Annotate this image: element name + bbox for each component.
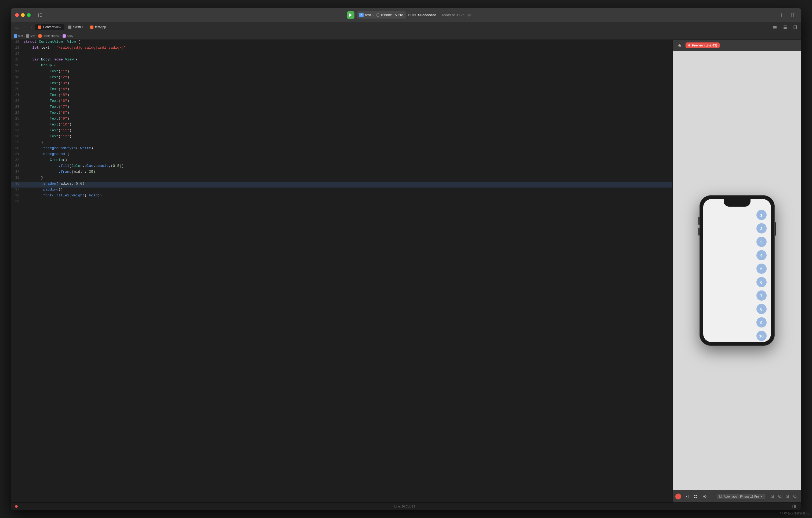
close-button[interactable] xyxy=(15,13,19,17)
code-line: 13 let text = "ksaldgjsdjg saldgjasdi sa… xyxy=(11,46,672,52)
code-content: Text("11") xyxy=(24,129,71,133)
tab-swiftui-label: SwiftUI xyxy=(73,25,83,29)
svg-point-8 xyxy=(469,14,471,16)
grid-button[interactable] xyxy=(692,493,699,500)
tab-contentview[interactable]: ContentView xyxy=(35,24,64,30)
tab-swiftui-icon xyxy=(68,26,71,29)
svg-rect-18 xyxy=(796,26,797,29)
tab-swiftui[interactable]: SwiftUI xyxy=(65,24,86,30)
tab-testapp[interactable]: testApp xyxy=(87,24,109,30)
preview-dot xyxy=(688,44,690,47)
breadcrumb-test2[interactable]: test xyxy=(26,34,35,37)
pin-button[interactable] xyxy=(676,42,684,49)
zoom-in-button[interactable] xyxy=(769,493,776,500)
split-editor-button[interactable] xyxy=(771,23,779,31)
build-separator: | xyxy=(438,13,439,17)
svg-rect-2 xyxy=(40,15,41,15)
line-number: 15 xyxy=(11,57,24,61)
iphone-screen: 123456789101112 xyxy=(703,199,771,342)
editor-options-button[interactable] xyxy=(781,23,789,31)
line-number: 26 xyxy=(11,122,24,127)
breadcrumb-test1-icon xyxy=(14,34,17,37)
code-line: 30 .foregroundStyle(.white) xyxy=(11,146,672,152)
code-line: 24 Text("8") xyxy=(11,111,672,117)
line-number: 29 xyxy=(11,140,24,144)
scheme-selector[interactable]: A test ▸ iPhone 15 Pro xyxy=(356,11,406,19)
line-number: 13 xyxy=(11,46,24,50)
svg-rect-23 xyxy=(694,497,695,498)
svg-rect-3 xyxy=(40,16,41,17)
code-content: Text("8") xyxy=(24,111,69,115)
line-number: 19 xyxy=(11,81,24,85)
code-content: Group { xyxy=(24,63,56,67)
svg-line-32 xyxy=(773,497,775,498)
tabbar: ‹ › ContentView SwiftUI testApp xyxy=(11,22,801,32)
zoom-fit-button[interactable] xyxy=(784,493,791,500)
list-item: 7 xyxy=(756,291,766,301)
target-button[interactable] xyxy=(701,493,708,500)
code-content: let text = "ksaldgjsdjg saldgjasdi sadig… xyxy=(24,46,126,50)
code-content: Text("5") xyxy=(24,93,69,97)
svg-line-35 xyxy=(781,497,782,498)
line-number: 31 xyxy=(11,152,24,156)
breadcrumb-test1[interactable]: test xyxy=(14,34,23,37)
line-number: 20 xyxy=(11,87,24,91)
iphone-mockup: 123456789101112 xyxy=(699,195,775,346)
layout-button[interactable] xyxy=(789,11,797,19)
breadcrumb-sep3: › xyxy=(60,34,61,37)
preview-toolbar: Preview (Line 43) xyxy=(673,40,801,51)
breadcrumb-sep1: › xyxy=(24,34,25,37)
code-line: 31 .background { xyxy=(11,152,672,158)
line-number: 14 xyxy=(11,52,24,56)
back-button[interactable]: ‹ xyxy=(21,24,27,30)
code-line: 34 .frame(width: 35) xyxy=(11,170,672,176)
zoom-reset-button[interactable] xyxy=(791,493,799,500)
code-content: var body: some View { xyxy=(24,57,78,61)
code-line: 17 Text("1") xyxy=(11,69,672,75)
line-number: 25 xyxy=(11,117,24,120)
code-line: 23 Text("7") xyxy=(11,105,672,111)
code-line: 26 Text("10") xyxy=(11,122,672,129)
run-button[interactable] xyxy=(347,11,354,19)
code-editor[interactable]: 10struct ContentView: View {13 let text … xyxy=(11,40,672,502)
code-line: 27 Text("11") xyxy=(11,129,672,134)
code-line: 33 .fill(Color.blue.opacity(0.5)) xyxy=(11,164,672,170)
sidebar-toggle-button[interactable] xyxy=(36,11,44,19)
main-window: A test ▸ iPhone 15 Pro Build Succeeded |… xyxy=(11,8,801,510)
code-content: .font(.title2.weight(.bold)) xyxy=(24,193,102,197)
chevron-down-icon xyxy=(760,496,762,497)
line-number: 38 xyxy=(11,193,24,197)
device-selector-label: Automatic – iPhone 15 Pro xyxy=(724,495,759,498)
preview-label[interactable]: Preview (Line 43) xyxy=(686,43,720,48)
code-content: Text("12") xyxy=(24,134,71,138)
forward-button[interactable]: › xyxy=(28,24,34,30)
navigator-button[interactable] xyxy=(13,23,21,31)
device-selector[interactable]: Automatic – iPhone 15 Pro xyxy=(717,494,765,499)
code-line: 25 Text("9") xyxy=(11,117,672,122)
build-label: Build xyxy=(408,13,416,17)
iphone-list: 123456789101112 xyxy=(703,199,771,342)
record-button[interactable] xyxy=(675,494,681,499)
code-area[interactable]: 10struct ContentView: View {13 let text … xyxy=(11,40,672,502)
svg-rect-5 xyxy=(377,16,378,16)
code-line: 38 .font(.title2.weight(.bold)) xyxy=(11,193,672,199)
device-selector-icon xyxy=(719,495,722,498)
breadcrumb-body[interactable]: body xyxy=(63,34,73,37)
error-indicator xyxy=(15,505,18,508)
add-button[interactable] xyxy=(778,11,785,19)
inspect-button[interactable] xyxy=(683,493,690,500)
main-content: 10struct ContentView: View {13 let text … xyxy=(11,40,801,502)
line-number: 34 xyxy=(11,170,24,174)
minimize-button[interactable] xyxy=(21,13,25,17)
line-number: 18 xyxy=(11,75,24,79)
line-number: 28 xyxy=(11,134,24,138)
line-number: 16 xyxy=(11,63,24,67)
zoom-out-button[interactable] xyxy=(777,493,784,500)
inspector-button[interactable] xyxy=(791,23,799,31)
maximize-button[interactable] xyxy=(27,13,31,17)
device-icon xyxy=(376,13,379,17)
statusbar-left xyxy=(15,505,18,508)
tab-contentview-icon xyxy=(38,26,41,29)
breadcrumb-contentview[interactable]: ContentView xyxy=(38,34,59,37)
preview-bottom-toolbar: Automatic – iPhone 15 Pro xyxy=(673,490,801,502)
